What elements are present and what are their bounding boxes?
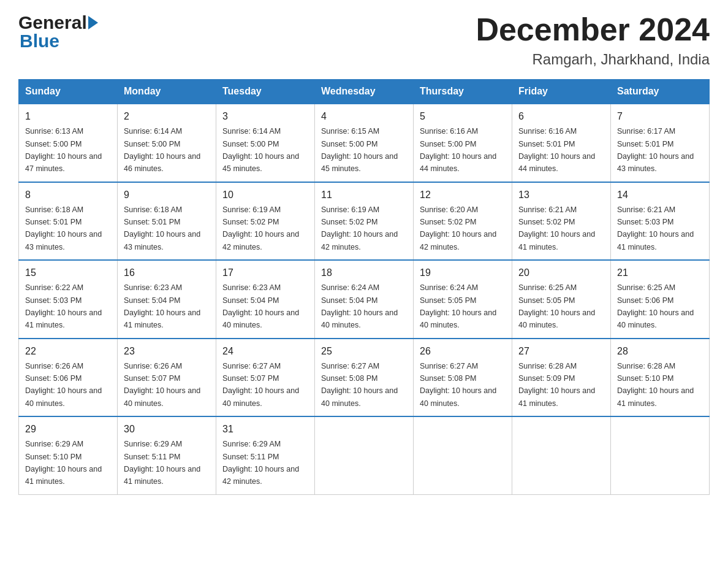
day-number: 5 xyxy=(420,109,506,124)
calendar-cell: 6 Sunrise: 6:16 AMSunset: 5:01 PMDayligh… xyxy=(512,104,611,182)
calendar-cell xyxy=(315,416,414,494)
col-header-saturday: Saturday xyxy=(611,80,710,104)
col-header-tuesday: Tuesday xyxy=(216,80,315,104)
day-info: Sunrise: 6:27 AMSunset: 5:08 PMDaylight:… xyxy=(420,362,496,408)
logo-arrow-icon xyxy=(88,16,98,29)
calendar-cell: 28 Sunrise: 6:28 AMSunset: 5:10 PMDaylig… xyxy=(611,339,710,417)
day-number: 1 xyxy=(25,109,111,124)
calendar-cell: 19 Sunrise: 6:24 AMSunset: 5:05 PMDaylig… xyxy=(414,260,512,339)
calendar-cell: 24 Sunrise: 6:27 AMSunset: 5:07 PMDaylig… xyxy=(216,339,315,417)
day-info: Sunrise: 6:25 AMSunset: 5:06 PMDaylight:… xyxy=(617,283,694,329)
day-number: 7 xyxy=(617,109,703,124)
day-number: 10 xyxy=(222,188,308,202)
calendar-cell: 18 Sunrise: 6:24 AMSunset: 5:04 PMDaylig… xyxy=(315,260,414,339)
day-info: Sunrise: 6:14 AMSunset: 5:00 PMDaylight:… xyxy=(222,127,299,173)
calendar-cell: 3 Sunrise: 6:14 AMSunset: 5:00 PMDayligh… xyxy=(216,104,315,182)
day-info: Sunrise: 6:21 AMSunset: 5:02 PMDaylight:… xyxy=(518,205,595,251)
calendar-cell: 8 Sunrise: 6:18 AMSunset: 5:01 PMDayligh… xyxy=(19,182,118,261)
calendar-cell: 20 Sunrise: 6:25 AMSunset: 5:05 PMDaylig… xyxy=(512,260,611,339)
calendar-cell: 21 Sunrise: 6:25 AMSunset: 5:06 PMDaylig… xyxy=(611,260,710,339)
calendar-cell: 23 Sunrise: 6:26 AMSunset: 5:07 PMDaylig… xyxy=(118,339,216,417)
col-header-thursday: Thursday xyxy=(414,80,512,104)
title-block: December 2024 Ramgarh, Jharkhand, India xyxy=(476,12,710,68)
day-number: 31 xyxy=(222,422,308,437)
day-number: 14 xyxy=(617,188,703,202)
day-info: Sunrise: 6:24 AMSunset: 5:05 PMDaylight:… xyxy=(420,283,496,329)
day-number: 13 xyxy=(518,188,604,202)
day-info: Sunrise: 6:19 AMSunset: 5:02 PMDaylight:… xyxy=(321,205,398,251)
calendar-cell: 10 Sunrise: 6:19 AMSunset: 5:02 PMDaylig… xyxy=(216,182,315,261)
day-number: 9 xyxy=(124,188,210,202)
day-info: Sunrise: 6:18 AMSunset: 5:01 PMDaylight:… xyxy=(124,205,200,251)
calendar-header-row: SundayMondayTuesdayWednesdayThursdayFrid… xyxy=(19,80,710,104)
calendar-cell: 16 Sunrise: 6:23 AMSunset: 5:04 PMDaylig… xyxy=(118,260,216,339)
day-number: 21 xyxy=(617,266,703,280)
day-number: 26 xyxy=(420,344,506,359)
day-number: 18 xyxy=(321,266,407,280)
day-number: 22 xyxy=(25,344,111,359)
day-info: Sunrise: 6:26 AMSunset: 5:07 PMDaylight:… xyxy=(124,362,200,408)
col-header-monday: Monday xyxy=(118,80,216,104)
day-info: Sunrise: 6:16 AMSunset: 5:01 PMDaylight:… xyxy=(518,127,595,173)
day-info: Sunrise: 6:26 AMSunset: 5:06 PMDaylight:… xyxy=(25,362,102,408)
calendar-cell: 29 Sunrise: 6:29 AMSunset: 5:10 PMDaylig… xyxy=(19,416,118,494)
calendar-cell: 4 Sunrise: 6:15 AMSunset: 5:00 PMDayligh… xyxy=(315,104,414,182)
day-info: Sunrise: 6:27 AMSunset: 5:08 PMDaylight:… xyxy=(321,362,398,408)
calendar-title: December 2024 xyxy=(476,12,710,47)
day-number: 16 xyxy=(124,266,210,280)
day-number: 11 xyxy=(321,188,407,202)
calendar-week-row: 22 Sunrise: 6:26 AMSunset: 5:06 PMDaylig… xyxy=(19,339,710,417)
calendar-cell: 26 Sunrise: 6:27 AMSunset: 5:08 PMDaylig… xyxy=(414,339,512,417)
calendar-cell: 27 Sunrise: 6:28 AMSunset: 5:09 PMDaylig… xyxy=(512,339,611,417)
day-number: 3 xyxy=(222,109,308,124)
calendar-cell: 17 Sunrise: 6:23 AMSunset: 5:04 PMDaylig… xyxy=(216,260,315,339)
day-number: 20 xyxy=(518,266,604,280)
calendar-cell xyxy=(512,416,611,494)
day-number: 23 xyxy=(124,344,210,359)
calendar-cell: 25 Sunrise: 6:27 AMSunset: 5:08 PMDaylig… xyxy=(315,339,414,417)
day-number: 28 xyxy=(617,344,703,359)
day-info: Sunrise: 6:20 AMSunset: 5:02 PMDaylight:… xyxy=(420,205,496,251)
calendar-cell: 12 Sunrise: 6:20 AMSunset: 5:02 PMDaylig… xyxy=(414,182,512,261)
calendar-cell: 2 Sunrise: 6:14 AMSunset: 5:00 PMDayligh… xyxy=(118,104,216,182)
day-info: Sunrise: 6:29 AMSunset: 5:11 PMDaylight:… xyxy=(124,440,200,486)
day-info: Sunrise: 6:27 AMSunset: 5:07 PMDaylight:… xyxy=(222,362,299,408)
day-number: 30 xyxy=(124,422,210,437)
col-header-wednesday: Wednesday xyxy=(315,80,414,104)
col-header-friday: Friday xyxy=(512,80,611,104)
day-number: 12 xyxy=(420,188,506,202)
calendar-cell: 5 Sunrise: 6:16 AMSunset: 5:00 PMDayligh… xyxy=(414,104,512,182)
day-number: 15 xyxy=(25,266,111,280)
day-number: 4 xyxy=(321,109,407,124)
day-info: Sunrise: 6:22 AMSunset: 5:03 PMDaylight:… xyxy=(25,283,102,329)
calendar-week-row: 15 Sunrise: 6:22 AMSunset: 5:03 PMDaylig… xyxy=(19,260,710,339)
col-header-sunday: Sunday xyxy=(19,80,118,104)
calendar-cell: 15 Sunrise: 6:22 AMSunset: 5:03 PMDaylig… xyxy=(19,260,118,339)
day-number: 17 xyxy=(222,266,308,280)
calendar-cell: 9 Sunrise: 6:18 AMSunset: 5:01 PMDayligh… xyxy=(118,182,216,261)
day-info: Sunrise: 6:14 AMSunset: 5:00 PMDaylight:… xyxy=(124,127,200,173)
day-info: Sunrise: 6:25 AMSunset: 5:05 PMDaylight:… xyxy=(518,283,595,329)
day-info: Sunrise: 6:13 AMSunset: 5:00 PMDaylight:… xyxy=(25,127,102,173)
day-number: 2 xyxy=(124,109,210,124)
day-number: 29 xyxy=(25,422,111,437)
calendar-table: SundayMondayTuesdayWednesdayThursdayFrid… xyxy=(18,79,710,495)
calendar-cell: 11 Sunrise: 6:19 AMSunset: 5:02 PMDaylig… xyxy=(315,182,414,261)
day-number: 27 xyxy=(518,344,604,359)
day-info: Sunrise: 6:15 AMSunset: 5:00 PMDaylight:… xyxy=(321,127,398,173)
logo: General Blue xyxy=(18,12,98,52)
day-info: Sunrise: 6:24 AMSunset: 5:04 PMDaylight:… xyxy=(321,283,398,329)
day-info: Sunrise: 6:28 AMSunset: 5:09 PMDaylight:… xyxy=(518,362,595,408)
calendar-cell: 13 Sunrise: 6:21 AMSunset: 5:02 PMDaylig… xyxy=(512,182,611,261)
calendar-week-row: 8 Sunrise: 6:18 AMSunset: 5:01 PMDayligh… xyxy=(19,182,710,261)
day-info: Sunrise: 6:17 AMSunset: 5:01 PMDaylight:… xyxy=(617,127,694,173)
day-info: Sunrise: 6:28 AMSunset: 5:10 PMDaylight:… xyxy=(617,362,694,408)
day-info: Sunrise: 6:29 AMSunset: 5:10 PMDaylight:… xyxy=(25,440,102,486)
calendar-cell: 1 Sunrise: 6:13 AMSunset: 5:00 PMDayligh… xyxy=(19,104,118,182)
calendar-cell: 31 Sunrise: 6:29 AMSunset: 5:11 PMDaylig… xyxy=(216,416,315,494)
day-number: 19 xyxy=(420,266,506,280)
calendar-cell: 22 Sunrise: 6:26 AMSunset: 5:06 PMDaylig… xyxy=(19,339,118,417)
page-header: General Blue December 2024 Ramgarh, Jhar… xyxy=(18,12,710,68)
calendar-cell xyxy=(611,416,710,494)
calendar-week-row: 29 Sunrise: 6:29 AMSunset: 5:10 PMDaylig… xyxy=(19,416,710,494)
